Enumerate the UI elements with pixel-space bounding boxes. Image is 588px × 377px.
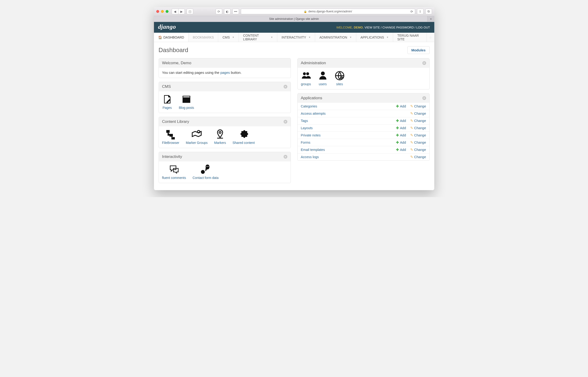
tabs-button[interactable]: ⧉: [425, 9, 432, 14]
plus-icon: ✚: [396, 133, 399, 137]
content-library-panel: Content Library ✕ FileBrowserMarker Grou…: [159, 117, 291, 148]
icon-item-label[interactable]: Pages: [163, 106, 172, 109]
close-window-button[interactable]: [156, 10, 159, 13]
close-icon[interactable]: ✕: [422, 61, 426, 65]
user-links: WELCOME, DEMO. VIEW SITE / CHANGE PASSWO…: [336, 26, 430, 29]
nav-back-to-site[interactable]: TERUG NAAR SITE: [393, 33, 427, 42]
back-button[interactable]: ◀: [172, 9, 178, 14]
cms-panel: CMS ✕ PagesBlog posts: [159, 82, 291, 113]
nav-applications[interactable]: APPLICATIONS▼: [356, 33, 393, 42]
reload-icon[interactable]: ⟳: [411, 10, 413, 13]
icon-item[interactable]: Markers: [214, 129, 226, 145]
icon-item[interactable]: users: [318, 71, 328, 86]
icon-item[interactable]: sites: [335, 71, 345, 86]
app-name-link[interactable]: Access attempts: [301, 112, 406, 115]
applications-panel: Applications ✕ Categories✚Add✎ChangeAcce…: [297, 93, 430, 161]
zoom-window-button[interactable]: [166, 10, 168, 13]
close-icon[interactable]: ✕: [284, 120, 287, 124]
add-link[interactable]: ✚Add: [396, 133, 406, 137]
add-link[interactable]: ✚Add: [396, 119, 406, 123]
plus-icon: ✚: [396, 141, 399, 144]
administration-panel: Administration ✕ groupsuserssites: [297, 58, 430, 89]
app-name-link[interactable]: Email templates: [301, 148, 392, 152]
new-tab-button[interactable]: ＋: [427, 16, 434, 22]
address-bar[interactable]: 🔒 demo.django-fluent.org/en/admin/ ⟳: [241, 9, 415, 14]
view-site-link[interactable]: VIEW SITE: [365, 26, 380, 29]
news-icon: [181, 94, 192, 105]
nav-dashboard[interactable]: 🏠 DASHBOARD: [154, 33, 189, 42]
change-link[interactable]: ✎Change: [410, 133, 426, 137]
change-link[interactable]: ✎Change: [410, 105, 426, 108]
caret-icon: ▼: [386, 36, 389, 38]
icon-item[interactable]: Blog posts: [179, 94, 194, 109]
add-link[interactable]: ✚Add: [396, 148, 406, 152]
pin-icon: [215, 129, 225, 140]
nav-administration[interactable]: ADMINISTRATION▼: [315, 33, 356, 42]
icon-item-label[interactable]: Contact form data: [192, 176, 218, 180]
icon-item[interactable]: fluent comments: [162, 164, 186, 180]
pencil-icon: ✎: [410, 133, 413, 137]
reader-button[interactable]: ◐: [224, 9, 231, 14]
icon-item-label[interactable]: users: [319, 82, 327, 86]
app-name-link[interactable]: Access logs: [301, 155, 406, 159]
pencil-icon: ✎: [410, 148, 413, 152]
nav-content-library[interactable]: CONTENT LIBRARY▼: [239, 33, 277, 42]
privacy-button[interactable]: ⟳: [216, 9, 222, 14]
icon-item-label[interactable]: Marker Groups: [186, 141, 207, 145]
app-name-link[interactable]: Categories: [301, 105, 392, 108]
icon-item-label[interactable]: fluent comments: [162, 176, 186, 180]
change-link[interactable]: ✎Change: [410, 148, 426, 152]
sidebar-button[interactable]: ◫: [187, 9, 193, 14]
change-link[interactable]: ✎Change: [410, 155, 426, 159]
icon-item-label[interactable]: Blog posts: [179, 106, 194, 109]
add-link[interactable]: ✚Add: [396, 126, 406, 130]
caret-icon: ▼: [350, 36, 352, 38]
pencil-icon: ✎: [410, 155, 413, 159]
panel-title: Content Library: [162, 119, 189, 124]
icon-item-label[interactable]: Shared content: [233, 141, 255, 145]
pages-link[interactable]: pages: [220, 71, 230, 74]
add-link[interactable]: ✚Add: [396, 105, 406, 108]
close-icon[interactable]: ✕: [284, 85, 287, 89]
icon-item-label[interactable]: sites: [336, 82, 343, 86]
app-name-link[interactable]: Forms: [301, 141, 392, 144]
add-link[interactable]: ✚Add: [396, 141, 406, 144]
speak-icon: [200, 164, 211, 175]
logo: django: [158, 23, 176, 30]
app-name-link[interactable]: Tags: [301, 119, 392, 123]
modules-button[interactable]: Modules: [407, 46, 430, 54]
tab-title[interactable]: Site administration | Django site admin: [269, 17, 319, 21]
icon-item[interactable]: groups: [301, 71, 311, 86]
share-button[interactable]: ⇪: [417, 9, 423, 14]
icon-item[interactable]: Marker Groups: [186, 129, 207, 145]
icon-item[interactable]: Pages: [162, 94, 172, 109]
logout-link[interactable]: LOG OUT: [416, 26, 430, 29]
icon-item-label[interactable]: groups: [301, 82, 311, 86]
bookmark-star-button[interactable]: ☆: [427, 33, 434, 42]
nav-bookmarks[interactable]: BOOKMARKS: [188, 33, 218, 42]
browser-toolbar: ◀ ▶ ◫ ⟳ ◐ ••• 🔒 demo.django-fluent.org/e…: [154, 7, 434, 16]
icon-item[interactable]: Contact form data: [192, 164, 218, 180]
change-link[interactable]: ✎Change: [410, 119, 426, 123]
change-password-link[interactable]: CHANGE PASSWORD: [382, 26, 414, 29]
icon-item-label[interactable]: FileBrowser: [162, 141, 179, 145]
more-button[interactable]: •••: [233, 9, 239, 14]
icon-item[interactable]: FileBrowser: [162, 129, 179, 145]
forward-button[interactable]: ▶: [178, 9, 185, 14]
nav-interactivity[interactable]: INTERACTIVITY▼: [277, 33, 315, 42]
icon-item-label[interactable]: Markers: [214, 141, 226, 145]
minimize-window-button[interactable]: [161, 10, 164, 13]
panel-title: Interactivity: [162, 154, 182, 159]
change-link[interactable]: ✎Change: [410, 126, 426, 130]
plus-icon: ✚: [396, 119, 399, 123]
app-name-link[interactable]: Layouts: [301, 126, 392, 130]
app-name-link[interactable]: Private notes: [301, 133, 392, 137]
interactivity-panel: Interactivity ✕ fluent commentsContact f…: [159, 152, 291, 183]
globe-gear-icon: [335, 71, 345, 81]
close-icon[interactable]: ✕: [284, 155, 287, 159]
change-link[interactable]: ✎Change: [410, 141, 426, 144]
change-link[interactable]: ✎Change: [410, 112, 426, 115]
nav-cms[interactable]: CMS▼: [218, 33, 239, 42]
icon-item[interactable]: Shared content: [233, 129, 255, 145]
close-icon[interactable]: ✕: [422, 96, 426, 100]
